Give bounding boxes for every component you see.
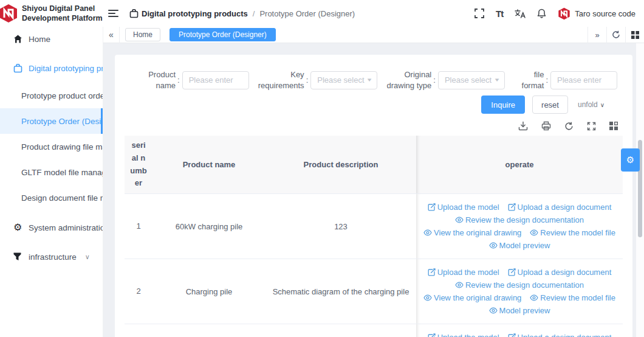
- product-description-cell: 123: [265, 194, 416, 259]
- home-icon: [13, 35, 23, 43]
- sidebar-item-label: System administration: [29, 223, 103, 232]
- tab-bar: « Home Prototype Order (Designer) »: [103, 27, 644, 43]
- table-row: 3 Test order 1 1111 Upload the model Upl…: [125, 324, 623, 337]
- product-name-cell: Test order 1: [152, 324, 265, 337]
- model-preview-link[interactable]: Model preview: [489, 241, 550, 250]
- sidebar-item-home[interactable]: Home: [0, 27, 103, 51]
- taro-source-link[interactable]: Taro source code: [558, 7, 635, 20]
- sidebar-item-label: Product drawing file management: [21, 142, 103, 151]
- header-actions: Tt Taro source code: [474, 7, 644, 20]
- upload-design-document-link[interactable]: Upload a design document: [508, 203, 612, 212]
- breadcrumb: Digital prototyping products / Prototype…: [129, 9, 355, 18]
- original-drawing-type-select[interactable]: Please select ▼: [438, 71, 505, 89]
- product-description-cell: Schematic diagram of the charging pile: [265, 259, 416, 324]
- sidebar-item-prototype-order-designer[interactable]: Prototype Order (Designer): [0, 108, 103, 134]
- app-window: Shiyou Digital Panel Development Platfor…: [0, 0, 644, 337]
- column-product-name: Product name: [152, 136, 265, 193]
- tab-label: Home: [133, 30, 152, 39]
- breadcrumb-root[interactable]: Digital prototyping products: [142, 9, 248, 18]
- table-row: 2 Charging pile Schematic diagram of the…: [125, 259, 623, 324]
- breadcrumb-separator: /: [253, 9, 255, 18]
- colon: :: [306, 75, 309, 85]
- review-design-documentation-link[interactable]: Review the design documentation: [455, 280, 584, 290]
- column-serial-number: serial number: [125, 136, 152, 193]
- content-card: Product name : Key requirements : Please…: [115, 55, 632, 337]
- filter-actions: Inquire reset unfold ∨: [125, 96, 623, 114]
- sidebar-item-label: infrastructure: [29, 252, 77, 262]
- colon: :: [433, 75, 436, 85]
- colon: :: [546, 75, 548, 85]
- gear-icon: ⚙: [13, 223, 23, 232]
- tab-layout-grid-icon[interactable]: [625, 27, 644, 43]
- filter-file-format: file format :: [520, 69, 617, 91]
- serial-cell: 1: [125, 194, 152, 259]
- operate-cell: Upload the model Upload a design documen…: [416, 194, 623, 259]
- sidebar-item-design-document-file-management[interactable]: Design document file management: [0, 185, 103, 210]
- tabbar-actions: »: [587, 27, 644, 43]
- fullscreen-icon[interactable]: [474, 9, 484, 18]
- column-product-description: Product description: [265, 136, 416, 193]
- theme-settings-button[interactable]: ⚙: [621, 148, 640, 172]
- operate-cell: Upload the model Upload a design documen…: [416, 324, 623, 337]
- filter-original-drawing-type: Original drawing type : Please select ▼: [383, 69, 505, 91]
- sidebar-fold-icon[interactable]: [108, 9, 118, 18]
- sidebar: Home Digital prototyping products Protot…: [0, 27, 103, 337]
- bell-icon[interactable]: [537, 9, 546, 18]
- unfold-toggle[interactable]: unfold ∨: [578, 100, 605, 109]
- upload-model-link[interactable]: Upload the model: [428, 268, 499, 277]
- view-original-drawing-link[interactable]: View the original drawing: [423, 228, 521, 237]
- tab-refresh-icon[interactable]: [606, 27, 625, 43]
- table-toolbar: [125, 121, 623, 131]
- filter-key-requirements: Key requirements : Please select ▼: [255, 69, 378, 91]
- operate-cell: Upload the model Upload a design documen…: [416, 259, 623, 324]
- breadcrumb-current: Prototype Order (Designer): [259, 9, 355, 18]
- refresh-icon[interactable]: [564, 122, 574, 131]
- model-preview-link[interactable]: Model preview: [489, 306, 550, 315]
- upload-model-link[interactable]: Upload the model: [428, 203, 499, 212]
- top-header: Shiyou Digital Panel Development Platfor…: [0, 0, 644, 27]
- inquire-button[interactable]: Inquire: [481, 96, 525, 114]
- sidebar-item-product-drawing-file-management[interactable]: Product drawing file management: [0, 134, 103, 159]
- review-design-documentation-link[interactable]: Review the design documentation: [455, 215, 584, 224]
- font-size-icon[interactable]: Tt: [496, 9, 503, 19]
- file-format-input[interactable]: [550, 71, 617, 89]
- filter-label: file format: [520, 69, 544, 91]
- print-icon[interactable]: [541, 121, 551, 131]
- upload-model-link[interactable]: Upload the model: [428, 333, 499, 337]
- tab-prototype-order-designer[interactable]: Prototype Order (Designer): [170, 28, 276, 41]
- column-settings-icon[interactable]: [609, 122, 618, 130]
- sidebar-item-gltf-model-file-management[interactable]: GLTF model file management: [0, 159, 103, 185]
- bag-icon: [13, 64, 23, 73]
- reset-button[interactable]: reset: [532, 96, 568, 114]
- sidebar-item-system-administration[interactable]: ⚙ System administration: [0, 215, 103, 240]
- filter-label: Product name: [143, 69, 176, 91]
- tabs-scroll-right-icon[interactable]: »: [587, 27, 606, 43]
- sidebar-item-label: Prototype product order management: [21, 91, 103, 100]
- tab-label: Prototype Order (Designer): [179, 30, 267, 39]
- upload-design-document-link[interactable]: Upload a design document: [508, 333, 612, 337]
- funnel-icon: [13, 252, 23, 261]
- sidebar-item-infrastructure[interactable]: infrastructure ∨: [0, 245, 103, 269]
- chevron-down-icon: ∨: [600, 102, 605, 108]
- view-original-drawing-link[interactable]: View the original drawing: [423, 293, 521, 302]
- product-name-input[interactable]: [182, 71, 249, 89]
- tabs-scroll-left-icon[interactable]: «: [103, 27, 120, 43]
- sidebar-item-label: Digital prototyping products: [29, 64, 103, 73]
- filter-label: Key requirements: [255, 69, 304, 91]
- taro-source-label: Taro source code: [575, 9, 635, 18]
- expand-table-icon[interactable]: [587, 122, 596, 131]
- table-row: 1 60kW charging pile 123 Upload the mode…: [125, 194, 623, 259]
- translate-icon[interactable]: [515, 9, 526, 18]
- sidebar-item-prototype-product-order-management[interactable]: Prototype product order management: [0, 83, 103, 108]
- tab-home[interactable]: Home: [125, 28, 160, 41]
- app-logo-icon: [0, 4, 18, 23]
- review-model-file-link[interactable]: Review the model file: [530, 228, 615, 237]
- download-icon[interactable]: [518, 121, 528, 131]
- upload-design-document-link[interactable]: Upload a design document: [508, 268, 612, 277]
- key-requirements-select[interactable]: Please select ▼: [310, 71, 377, 89]
- product-description-cell: 1111: [265, 324, 416, 337]
- review-model-file-link[interactable]: Review the model file: [530, 293, 615, 302]
- app-title: Shiyou Digital Panel Development Platfor…: [22, 4, 103, 24]
- sidebar-item-digital-prototyping-products[interactable]: Digital prototyping products: [0, 56, 103, 80]
- sidebar-item-label: Prototype Order (Designer): [21, 117, 103, 126]
